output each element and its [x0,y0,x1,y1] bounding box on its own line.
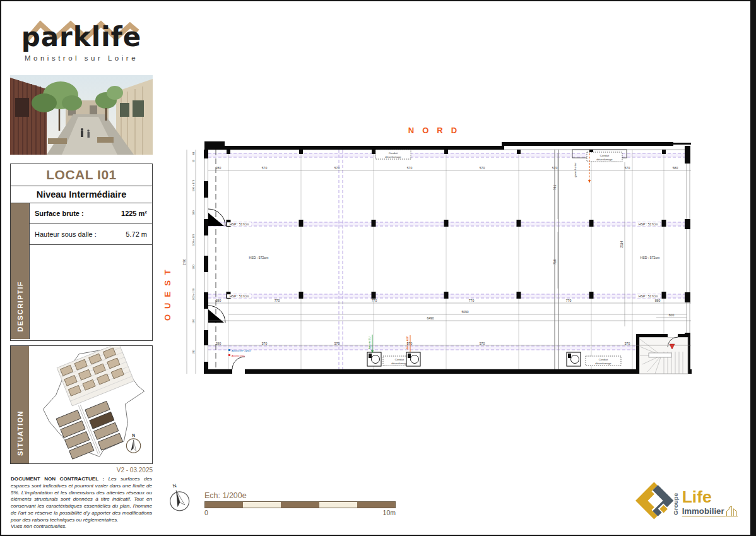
svg-text:570: 570 [625,342,630,345]
svg-text:6490: 6490 [427,316,434,320]
svg-text:570: 570 [407,166,413,170]
descriptif-panel: LOCAL I01 Niveau Intermédiaire DESCRIPTI… [10,164,153,341]
west-label: OUEST [163,245,172,321]
svg-text:600: 600 [669,313,675,317]
svg-text:770: 770 [275,299,280,302]
walls [204,141,692,374]
bottom-dimensions: 280 570 570 570 570 570 [216,342,630,345]
dimension-lines [187,150,691,374]
conduit-label: désenfumage [391,362,408,365]
beam-dashed-lines [208,150,687,369]
conduit-label: désenfumage [595,362,611,365]
svg-text:570: 570 [262,342,268,345]
conduit-boxes: Conduit désenfumage Conduit désenfumage … [375,150,622,366]
disclaimer-body: Les surfaces des espaces sont indicative… [11,476,152,523]
red-annotation: Attente élec [232,354,245,357]
disclaimer: DOCUMENT NON CONTRACTUEL : Les surfaces … [11,476,152,530]
blue-marker [228,349,230,351]
svg-text:580: 580 [673,166,678,170]
svg-text:761: 761 [553,185,557,191]
scale-segments [204,501,396,508]
door-arc-bottom [232,357,245,369]
conduit-label: Conduit [389,152,398,155]
west-door-2 [208,306,225,323]
building-icon [725,506,738,516]
logo-group-text: Groupe [672,492,679,515]
svg-text:300: 300 [192,265,195,270]
beam-bands [208,153,687,350]
svg-text:280: 280 [216,166,221,170]
local-title: LOCAL I01 [11,164,152,186]
svg-text:570: 570 [552,166,558,170]
hsp-label: HSP : 517cm [230,294,249,298]
floor-plan: Conduit désenfumage Conduit désenfumage … [178,124,721,383]
scale-zero: 0 [204,509,208,516]
height-value: 5.72 m [126,230,147,238]
page-edge [750,1,755,535]
groupe-life-logo: Groupe Life Immobilier [632,480,741,524]
hsp-label: HSP : 517cm [639,294,658,298]
situation-tab-label: SITUATION [16,410,24,456]
logo-mark-icon [642,485,669,516]
scale-label: Ech: 1/200e [204,491,396,500]
conduit-label: Conduit [599,358,608,361]
hsd-label: HSD : 572cm [249,256,269,259]
hsp-label: HSP : 517cm [639,222,658,226]
hsd-label: HSD : 572cm [641,256,660,259]
staircase [636,334,688,374]
disclaimer-lead: DOCUMENT NON CONTRACTUEL : [11,476,104,482]
photo-illustration [10,75,153,155]
situation-map: N [29,346,152,463]
situation-tab: SITUATION [11,346,29,463]
groupe-life-logo-graphic: Groupe Life Immobilier [632,480,741,524]
version-label: V2 - 03.2025 [10,467,153,473]
svg-text:380: 380 [216,299,221,302]
site-plan: N [29,346,152,463]
site-compass-n: N [132,433,135,438]
surface-label: Surface brute : [35,210,84,217]
svg-text:570: 570 [480,342,485,345]
west-dimension-chain: 81 11 100 x 170 300 100 x 170 300 100 x … [182,152,195,354]
column-axes [228,150,664,369]
svg-text:100 x 170: 100 x 170 [192,179,195,191]
mid-dimensions: 380 770 770 770 770 880 5090 6490 600 [216,299,675,320]
conduit-label: désenfumage [385,155,401,158]
svg-text:570: 570 [262,166,268,170]
svg-text:570: 570 [407,342,413,345]
svg-text:100: 100 [192,319,195,324]
brand-logo: parklife Monistrol sur Loire [10,6,153,71]
svg-text:211: 211 [192,349,195,354]
brand-subtitle: Monistrol sur Loire [10,54,153,62]
site-compass-icon: N [126,433,140,453]
svg-text:280: 280 [216,342,221,345]
gaine-annotation: gaine à créer [574,162,577,177]
duct-arrow [588,180,591,183]
surface-row: Surface brute : 1225 m² [30,203,152,224]
compass-icon: N [162,477,197,518]
svg-text:11: 11 [192,159,195,162]
project-photo [10,75,153,155]
height-row: Hauteur sous dalle : 5.72 m [30,224,152,245]
plan-sheet: parklife Monistrol sur Loire [0,0,756,536]
disclaimer-footnote: Vues non contractuelles. [11,523,67,529]
svg-text:81: 81 [192,152,195,155]
height-labels: HSP : 517cm HSP : 517cm HSP : 517cm HSP … [227,222,660,298]
svg-text:100 x 170: 100 x 170 [192,234,195,246]
svg-text:5090: 5090 [461,310,468,314]
compass-n: N [172,482,177,489]
conduit-label: Conduit [600,154,610,157]
svg-text:770: 770 [372,299,377,302]
door-gap [232,369,245,374]
svg-text:716: 716 [553,259,557,265]
svg-text:570: 570 [480,166,485,170]
surface-value: 1225 m² [121,210,147,217]
blue-annotation: Attente EP 2Ø63 [232,349,251,352]
compass: N [162,477,197,518]
level-subtitle: Niveau Intermédiaire [11,186,152,203]
hsp-label: HSP : 517cm [230,222,249,226]
svg-text:570: 570 [625,166,630,170]
descriptif-tab-label: DESCRIPTIF [16,281,24,331]
situation-panel: SITUATION [10,345,153,464]
scale-bar: Ech: 1/200e 0 10m [204,491,396,516]
descriptif-tab: DESCRIPTIF [11,203,29,339]
